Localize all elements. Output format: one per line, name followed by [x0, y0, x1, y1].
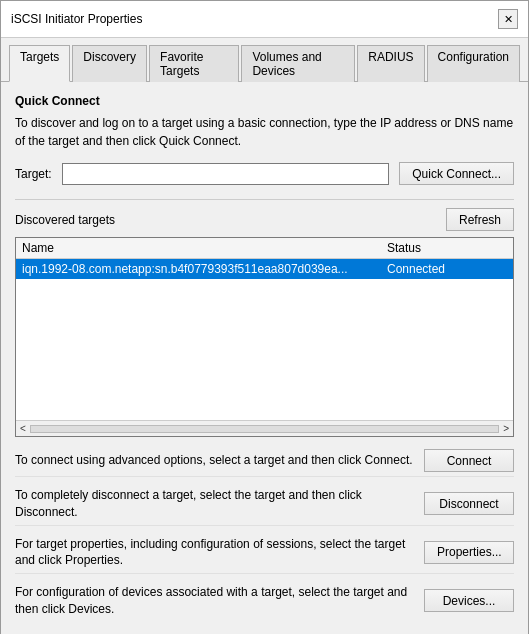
devices-button[interactable]: Devices...: [424, 589, 514, 612]
horizontal-scrollbar[interactable]: < >: [16, 420, 513, 436]
discovered-targets-section: Discovered targets Refresh Name Status i…: [15, 208, 514, 437]
quick-connect-description: To discover and log on to a target using…: [15, 114, 514, 150]
discovered-header: Discovered targets Refresh: [15, 208, 514, 231]
row-name: iqn.1992-08.com.netapp:sn.b4f0779393f511…: [22, 262, 387, 276]
properties-description: For target properties, including configu…: [15, 536, 414, 570]
column-status: Status: [387, 241, 507, 255]
refresh-button[interactable]: Refresh: [446, 208, 514, 231]
target-label: Target:: [15, 167, 52, 181]
target-input[interactable]: [62, 163, 390, 185]
tab-configuration[interactable]: Configuration: [427, 45, 520, 82]
tab-favorite-targets[interactable]: Favorite Targets: [149, 45, 239, 82]
quick-connect-button[interactable]: Quick Connect...: [399, 162, 514, 185]
connect-description: To connect using advanced options, selec…: [15, 452, 414, 469]
divider-1: [15, 199, 514, 200]
window: iSCSI Initiator Properties ✕ Targets Dis…: [0, 0, 529, 634]
tab-volumes-and-devices[interactable]: Volumes and Devices: [241, 45, 355, 82]
scroll-left-icon[interactable]: <: [18, 423, 28, 434]
disconnect-description: To completely disconnect a target, selec…: [15, 487, 414, 521]
target-row: Target: Quick Connect...: [15, 162, 514, 185]
quick-connect-title: Quick Connect: [15, 94, 514, 108]
scroll-right-icon[interactable]: >: [501, 423, 511, 434]
devices-action-row: For configuration of devices associated …: [15, 580, 514, 622]
tab-targets[interactable]: Targets: [9, 45, 70, 82]
title-bar: iSCSI Initiator Properties ✕: [1, 1, 528, 38]
disconnect-button[interactable]: Disconnect: [424, 492, 514, 515]
table-header: Name Status: [16, 238, 513, 259]
tab-radius[interactable]: RADIUS: [357, 45, 424, 82]
discovered-targets-label: Discovered targets: [15, 213, 115, 227]
properties-button[interactable]: Properties...: [424, 541, 514, 564]
table-row[interactable]: iqn.1992-08.com.netapp:sn.b4f0779393f511…: [16, 259, 513, 279]
table-body: iqn.1992-08.com.netapp:sn.b4f0779393f511…: [16, 259, 513, 420]
connect-button[interactable]: Connect: [424, 449, 514, 472]
action-rows: To connect using advanced options, selec…: [15, 445, 514, 622]
devices-description: For configuration of devices associated …: [15, 584, 414, 618]
row-status: Connected: [387, 262, 507, 276]
properties-action-row: For target properties, including configu…: [15, 532, 514, 575]
connect-action-row: To connect using advanced options, selec…: [15, 445, 514, 477]
window-title: iSCSI Initiator Properties: [11, 12, 142, 26]
disconnect-action-row: To completely disconnect a target, selec…: [15, 483, 514, 526]
close-button[interactable]: ✕: [498, 9, 518, 29]
targets-table: Name Status iqn.1992-08.com.netapp:sn.b4…: [15, 237, 514, 437]
content-area: Quick Connect To discover and log on to …: [1, 82, 528, 634]
tab-discovery[interactable]: Discovery: [72, 45, 147, 82]
column-name: Name: [22, 241, 387, 255]
tab-bar: Targets Discovery Favorite Targets Volum…: [1, 38, 528, 82]
scroll-track[interactable]: [30, 425, 499, 433]
